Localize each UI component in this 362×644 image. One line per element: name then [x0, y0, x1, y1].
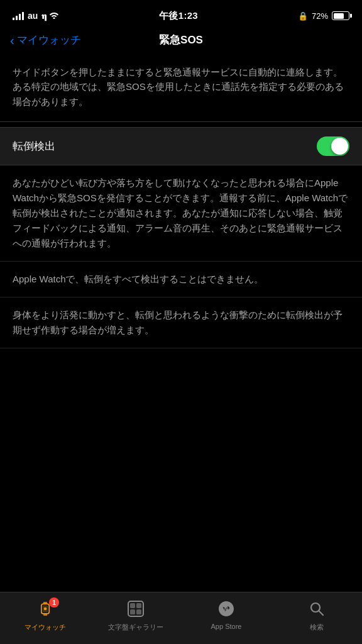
svg-text:⊕: ⊕	[224, 606, 229, 613]
lock-icon: 🔒	[298, 11, 308, 21]
description-text-1: あなたがひどい転び方や落ち方をして動けなくなったと思われる場合にApple Wa…	[13, 175, 349, 251]
tab-search-label: 検索	[310, 623, 324, 632]
back-button[interactable]: ‹ マイウォッチ	[10, 33, 81, 47]
svg-rect-8	[130, 609, 135, 614]
back-chevron-icon: ‹	[10, 34, 14, 47]
scroll-content: サイドボタンを押したままにすると緊急通報サービスに自動的に連絡します。ある特定の…	[0, 55, 362, 581]
tab-face-gallery-label: 文字盤ギャラリー	[108, 623, 163, 632]
status-left: au 𝛈	[13, 11, 59, 21]
fall-detection-toggle[interactable]	[317, 136, 349, 156]
tab-app-store-label: App Store	[211, 623, 242, 630]
face-gallery-icon	[127, 600, 145, 618]
toggle-section: 転倒検出	[0, 127, 362, 165]
nav-bar: ‹ マイウォッチ 緊急SOS	[0, 28, 362, 55]
svg-rect-7	[136, 603, 141, 608]
back-label: マイウォッチ	[17, 33, 81, 47]
page-title: 緊急SOS	[159, 33, 203, 47]
description-text-2: Apple Watchで、転倒をすべて検出することはできません。	[13, 272, 349, 287]
description-block-2: Apple Watchで、転倒をすべて検出することはできません。	[0, 262, 362, 297]
svg-rect-6	[130, 603, 135, 608]
description-block-3: 身体をより活発に動かすと、転倒と思われるような衝撃のために転倒検出が予期せず作動…	[0, 297, 362, 348]
battery-percent: 72%	[312, 11, 328, 21]
fall-detection-row: 転倒検出	[0, 128, 362, 165]
wifi-icon: 𝛈	[41, 11, 59, 21]
battery-icon	[332, 11, 349, 20]
my-watch-badge: 1	[49, 597, 59, 608]
intro-text: サイドボタンを押したままにすると緊急通報サービスに自動的に連絡します。ある特定の…	[13, 65, 349, 109]
description-text-3: 身体をより活発に動かすと、転倒と思われるような衝撃のために転倒検出が予期せず作動…	[13, 308, 349, 338]
app-store-icon: ⊕	[217, 600, 235, 618]
my-watch-icon-wrap: 1	[36, 600, 54, 620]
search-icon	[308, 600, 326, 618]
intro-description-block: サイドボタンを押したままにすると緊急通報サービスに自動的に連絡します。ある特定の…	[0, 55, 362, 122]
toggle-label: 転倒検出	[13, 139, 55, 153]
carrier-label: au	[28, 11, 38, 21]
status-time: 午後1:23	[159, 10, 198, 22]
tab-bar: 1 マイウォッチ 文字盤ギャラリー ⊕ App Store	[0, 592, 362, 644]
tab-my-watch-label: マイウォッチ	[25, 623, 66, 632]
app-store-icon-wrap: ⊕	[217, 600, 235, 620]
search-icon-wrap	[308, 600, 326, 620]
tab-my-watch[interactable]: 1 マイウォッチ	[0, 599, 90, 632]
signal-icon	[13, 11, 24, 20]
tab-search[interactable]: 検索	[272, 599, 362, 632]
svg-point-4	[44, 608, 47, 611]
face-gallery-icon-wrap	[127, 600, 145, 620]
tab-app-store[interactable]: ⊕ App Store	[181, 599, 272, 630]
svg-rect-9	[136, 609, 141, 614]
toggle-knob	[331, 138, 348, 155]
status-right: 🔒 72%	[298, 11, 349, 21]
tab-face-gallery[interactable]: 文字盤ギャラリー	[90, 599, 181, 632]
svg-rect-2	[43, 602, 47, 604]
description-block-1: あなたがひどい転び方や落ち方をして動けなくなったと思われる場合にApple Wa…	[0, 165, 362, 262]
svg-rect-3	[43, 613, 47, 616]
svg-line-12	[319, 611, 324, 616]
status-bar: au 𝛈 午後1:23 🔒 72%	[0, 0, 362, 28]
